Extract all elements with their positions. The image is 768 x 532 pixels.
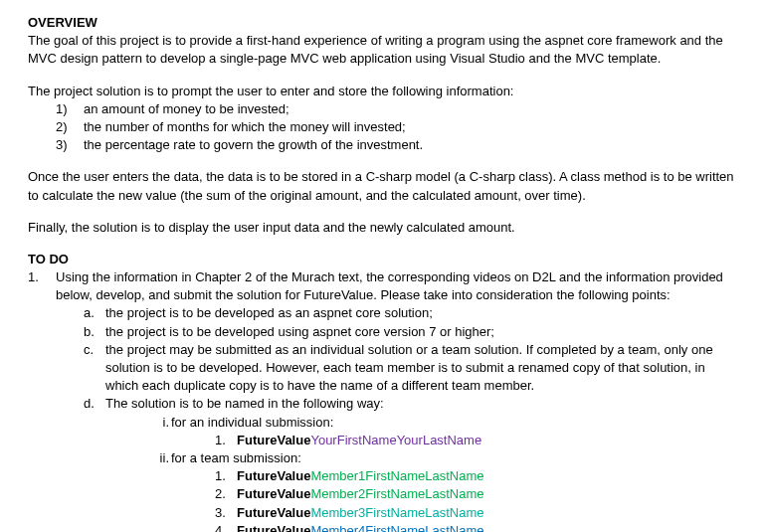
naming-suffix: YourFirstNameYourLastName — [310, 433, 481, 447]
list-marker: 2) — [56, 118, 80, 136]
list-marker: 3. — [215, 504, 235, 522]
list-text: the project is to be developed as an asp… — [105, 305, 433, 320]
list-text: the project may be submitted as an indiv… — [105, 342, 713, 393]
todo-text: Using the information in Chapter 2 of th… — [56, 269, 723, 302]
list-item: a.the project is to be developed as an a… — [84, 304, 740, 322]
naming-prefix: FutureValue — [237, 523, 310, 532]
naming-suffix: Member4FirstNameLastName — [310, 523, 483, 532]
list-item: d.The solution is to be named in the fol… — [84, 395, 740, 532]
todo-sublist: a.the project is to be developed as an a… — [56, 304, 740, 532]
list-marker: 1. — [28, 268, 52, 286]
list-marker: i. — [149, 414, 169, 432]
list-marker: 4. — [215, 522, 235, 532]
overview-paragraph-1: The goal of this project is to provide a… — [28, 32, 740, 68]
overview-paragraph-4: Finally, the solution is to display the … — [28, 219, 740, 237]
list-item: 4. FutureValueMember4FirstNameLastName — [215, 522, 740, 532]
list-item: c.the project may be submitted as an ind… — [84, 341, 740, 396]
list-marker: 1. — [215, 432, 235, 449]
naming-list: i. for an individual submission: 1. Futu… — [105, 414, 740, 532]
naming-prefix: FutureValue — [237, 468, 310, 483]
list-item: 1. FutureValueYourFirstNameYourLastName — [215, 432, 740, 449]
individual-naming: 1. FutureValueYourFirstNameYourLastName — [171, 432, 740, 449]
list-item: ii. for a team submission: 1. FutureValu… — [149, 449, 740, 532]
naming-prefix: FutureValue — [237, 433, 310, 447]
team-naming: 1. FutureValueMember1FirstNameLastName 2… — [171, 467, 740, 532]
list-item: 3)the percentage rate to govern the grow… — [84, 136, 740, 154]
list-item: 3. FutureValueMember3FirstNameLastName — [215, 504, 740, 522]
todo-list: 1. Using the information in Chapter 2 of… — [28, 268, 740, 532]
naming-suffix: Member2FirstNameLastName — [310, 486, 483, 501]
list-text: the number of months for which the money… — [84, 119, 406, 134]
list-marker: ii. — [149, 449, 169, 467]
list-text: an amount of money to be invested; — [84, 101, 289, 116]
list-marker: 1) — [56, 100, 80, 118]
overview-heading: OVERVIEW — [28, 14, 740, 32]
list-item: 2)the number of months for which the mon… — [84, 118, 740, 136]
naming-suffix: Member1FirstNameLastName — [310, 468, 483, 483]
todo-item: 1. Using the information in Chapter 2 of… — [28, 268, 740, 532]
overview-paragraph-2: The project solution is to prompt the us… — [28, 83, 740, 100]
list-marker: c. — [84, 341, 103, 359]
list-marker: a. — [84, 304, 103, 322]
naming-suffix: Member3FirstNameLastName — [310, 505, 483, 520]
list-marker: 3) — [56, 136, 80, 154]
list-marker: b. — [84, 323, 103, 341]
list-item: 2. FutureValueMember2FirstNameLastName — [215, 485, 740, 503]
list-marker: d. — [84, 395, 103, 413]
list-text: the percentage rate to govern the growth… — [84, 137, 423, 152]
list-text: for a team submission: — [171, 450, 301, 465]
overview-paragraph-3: Once the user enters the data, the data … — [28, 168, 740, 204]
list-item: b.the project is to be developed using a… — [84, 323, 740, 341]
list-item: 1)an amount of money to be invested; — [84, 100, 740, 118]
todo-heading: TO DO — [28, 251, 740, 268]
overview-info-list: 1)an amount of money to be invested; 2)t… — [28, 100, 740, 155]
naming-prefix: FutureValue — [237, 486, 310, 501]
naming-prefix: FutureValue — [237, 505, 310, 520]
list-marker: 1. — [215, 467, 235, 485]
list-item: i. for an individual submission: 1. Futu… — [149, 414, 740, 449]
list-text: The solution is to be named in the follo… — [105, 396, 384, 411]
list-item: 1. FutureValueMember1FirstNameLastName — [215, 467, 740, 485]
list-text: for an individual submission: — [171, 415, 333, 430]
list-marker: 2. — [215, 485, 235, 503]
list-text: the project is to be developed using asp… — [105, 324, 494, 339]
